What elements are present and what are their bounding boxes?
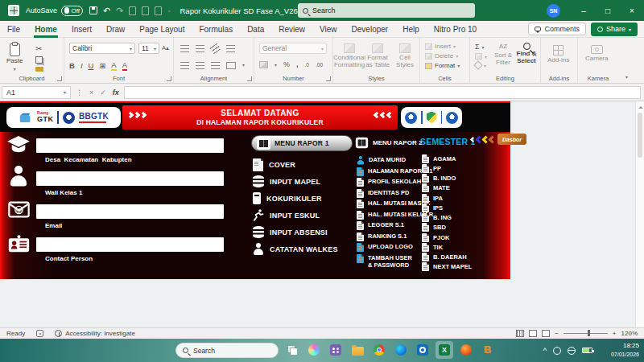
page-layout-view-icon[interactable]	[529, 330, 537, 337]
grow-font-icon[interactable]: A▴	[162, 44, 169, 51]
menu-item-legger[interactable]: LEGGER S.1	[357, 221, 404, 230]
tab-developer[interactable]: Developer	[345, 21, 396, 38]
copy-icon[interactable]	[35, 56, 43, 64]
align-middle-icon[interactable]	[196, 45, 204, 52]
format-as-table-button[interactable]: Format as Table	[364, 43, 391, 69]
maximize-button[interactable]: □	[596, 0, 620, 21]
copilot-button[interactable]	[305, 341, 323, 359]
macro-record-icon[interactable]	[36, 330, 43, 337]
b-app-button[interactable]: B	[479, 341, 497, 359]
italic-icon[interactable]: I	[80, 61, 83, 70]
customize-qat-icon[interactable]: ▾	[167, 8, 170, 14]
menu-item-input-absensi[interactable]: INPUT ABSENSI	[253, 226, 328, 238]
confirm-entry-icon[interactable]: ✓	[98, 88, 108, 97]
menu-item-kokurikuler[interactable]: KOKURIKULER	[253, 192, 322, 204]
vertical-scrollbar[interactable]	[635, 101, 644, 327]
mapel-ipa[interactable]: IPA	[422, 194, 443, 203]
font-name-select[interactable]: Calibri ▾	[69, 43, 135, 54]
insert-function-icon[interactable]: fx	[111, 88, 121, 97]
menu-rapor-2-header[interactable]: MENU RAPOR 2	[355, 137, 422, 149]
menu-item-input-mapel[interactable]: INPUT MAPEL	[253, 175, 320, 187]
redo-icon[interactable]: ↷	[116, 6, 123, 16]
align-left-icon[interactable]	[180, 62, 189, 69]
font-launcher-icon[interactable]	[167, 76, 171, 81]
taskbar-clock[interactable]: 18:25 07/01/2026	[611, 342, 639, 358]
zoom-slider[interactable]	[564, 333, 608, 334]
battery-icon[interactable]	[582, 348, 592, 353]
mapel-next-mapel[interactable]: NEXT MAPEL	[422, 262, 472, 271]
borders-icon[interactable]: ⊞	[99, 61, 105, 70]
autosum-icon[interactable]: Σ	[475, 43, 480, 51]
contact-person-field[interactable]	[36, 237, 224, 252]
increase-decimal-icon[interactable]: .0	[305, 62, 309, 68]
fill-icon[interactable]	[475, 53, 482, 60]
insert-cells-button[interactable]: Insert▾	[425, 43, 460, 50]
edge-button[interactable]	[392, 341, 410, 359]
merge-dropdown-icon[interactable]: ▾	[242, 62, 245, 69]
tab-draw[interactable]: Draw	[99, 21, 132, 38]
mapel-agama[interactable]: AGAMA	[422, 154, 456, 163]
menu-item-profil-sekolah[interactable]: PROFIL SEKOLAH	[357, 178, 421, 187]
zoom-in-icon[interactable]: +	[613, 330, 617, 337]
scrollbar-thumb[interactable]	[638, 113, 642, 158]
tray-app-icon[interactable]	[553, 347, 561, 355]
menu-item-cover[interactable]: COVER	[253, 158, 295, 171]
menu-item-tambah-user[interactable]: TAMBAH USER & PASSWORD	[357, 254, 412, 270]
delete-cells-button[interactable]: Delete▾	[425, 52, 460, 60]
mapel-ips[interactable]: IPS	[422, 204, 443, 212]
share-button[interactable]: Share ▾	[591, 23, 638, 36]
orientation-icon[interactable]	[209, 43, 221, 55]
mapel-b-daerah[interactable]: B. DAERAH	[422, 253, 467, 261]
font-size-select[interactable]: 11 ▾	[138, 43, 159, 54]
tab-data[interactable]: Data	[240, 21, 271, 38]
chrome-button[interactable]	[370, 341, 388, 359]
mapel-b-ing[interactable]: B. ING	[422, 213, 452, 222]
normal-view-icon[interactable]	[516, 330, 524, 337]
file-explorer-button[interactable]	[349, 341, 366, 359]
align-top-icon[interactable]	[180, 45, 189, 52]
accounting-dropdown-icon[interactable]: ▾	[275, 62, 277, 68]
conditional-formatting-button[interactable]: Conditional Formatting	[335, 43, 364, 69]
task-view-button[interactable]	[283, 341, 301, 359]
underline-icon[interactable]: U	[89, 61, 94, 70]
font-color-icon[interactable]: A	[122, 60, 127, 71]
mapel-sbd[interactable]: SBD	[422, 223, 446, 232]
menu-item-mutasi-masuk[interactable]: HAL. MUTASI MASUK	[357, 200, 430, 208]
zoom-level[interactable]: 120%	[621, 330, 638, 337]
decrease-decimal-icon[interactable]: .00	[316, 62, 323, 68]
tab-view[interactable]: View	[312, 21, 345, 38]
paste-button[interactable]: Paste ▾	[6, 43, 23, 72]
formula-input[interactable]	[124, 86, 641, 99]
fill-color-icon[interactable]: A	[111, 60, 116, 71]
outlook-button[interactable]	[414, 341, 431, 359]
cancel-entry-icon[interactable]: ×	[88, 88, 95, 97]
menu-item-catatan-walkes[interactable]: CATATAN WALKES	[253, 243, 338, 255]
tab-review[interactable]: Review	[271, 21, 312, 38]
mapel-mate[interactable]: MATE	[422, 183, 450, 192]
accounting-format-icon[interactable]	[259, 61, 268, 68]
nitro-pdf-button[interactable]	[457, 341, 475, 359]
name-box[interactable]: A1 ▾	[2, 86, 71, 99]
dasbor-button[interactable]: Dasbor	[497, 134, 526, 145]
comments-button[interactable]: Comments	[528, 23, 586, 35]
bold-icon[interactable]: B	[69, 61, 75, 70]
mapel-pjok[interactable]: PJOK	[422, 233, 449, 242]
print-icon[interactable]	[155, 6, 162, 15]
zoom-out-icon[interactable]: −	[555, 330, 559, 337]
cell-styles-button[interactable]: Cell Styles	[393, 43, 417, 69]
tray-expand-icon[interactable]: ^	[543, 347, 547, 355]
menu-rapor-1-button[interactable]: MENU RAPOR 1	[251, 135, 353, 151]
align-center-icon[interactable]	[196, 62, 204, 69]
mapel-tik[interactable]: TIK	[422, 243, 443, 252]
percent-style-icon[interactable]: %	[283, 60, 290, 68]
zoom-slider-thumb[interactable]	[588, 330, 590, 336]
tab-nitro-pro[interactable]: Nitro Pro 10	[427, 21, 484, 38]
email-field[interactable]	[36, 204, 224, 219]
merge-center-icon[interactable]	[226, 62, 236, 69]
clipboard-launcher-icon[interactable]	[57, 76, 62, 81]
cut-icon[interactable]: ✂	[35, 44, 43, 53]
format-cells-button[interactable]: Format▾	[425, 62, 460, 69]
taskbar-search-box[interactable]: Search	[175, 343, 279, 358]
tab-help[interactable]: Help	[395, 21, 427, 38]
people-app-button[interactable]	[327, 341, 345, 359]
